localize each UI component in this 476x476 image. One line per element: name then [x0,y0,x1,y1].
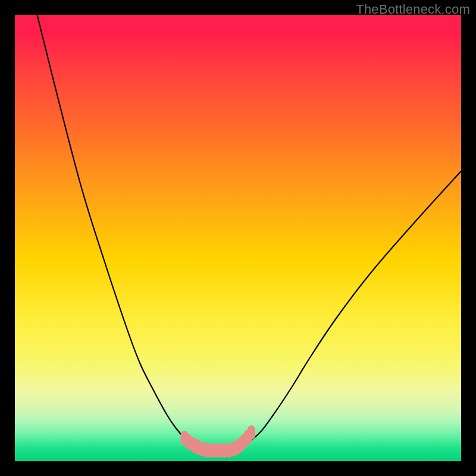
ideal-marker [248,425,255,440]
curve-right-branch [229,171,461,451]
ideal-zone-markers [181,425,256,458]
watermark-text: TheBottleneck.com [356,2,470,17]
chart-svg [15,15,461,461]
chart-gradient-area [15,15,461,461]
curve-left-branch [37,15,207,450]
